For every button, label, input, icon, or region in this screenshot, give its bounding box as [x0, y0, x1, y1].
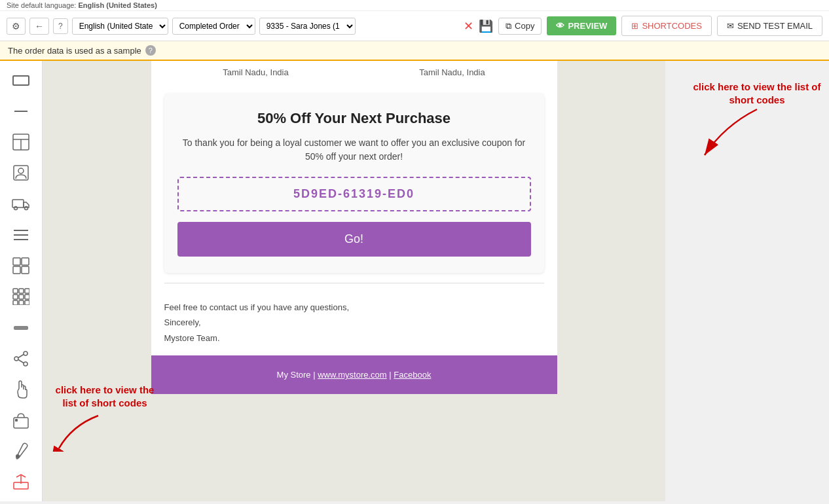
- footer-text-1: Feel free to contact us if you have any …: [164, 300, 544, 315]
- info-message: The order data is used as a sample: [8, 46, 141, 56]
- svg-rect-17: [13, 289, 18, 293]
- sidebar-item-rectangle[interactable]: [7, 67, 35, 93]
- template-select[interactable]: Completed Order: [172, 18, 255, 35]
- sidebar-item-export[interactable]: [7, 469, 35, 495]
- address-left-text: Tamil Nadu, India: [223, 67, 288, 77]
- site-default-bar: Site default language: English (United S…: [0, 0, 829, 11]
- preview-button[interactable]: 👁 PREVIEW: [547, 16, 616, 35]
- svg-rect-14: [22, 258, 29, 265]
- svg-rect-16: [22, 266, 29, 274]
- toolbar-left: ⚙ ← ? English (United State Completed Or…: [7, 18, 458, 35]
- sidebar-item-table[interactable]: [7, 129, 35, 154]
- shortcodes-label: SHORTCODES: [642, 21, 702, 31]
- send-test-button[interactable]: ✉ SEND TEST EMAIL: [717, 16, 822, 36]
- coupon-code: 5D9ED-61319-ED0: [177, 177, 531, 211]
- toolbar-actions: ✕ 💾 ⧉ Copy 👁 PREVIEW ⊞ SHORTCODES ✉ SEND…: [464, 16, 822, 36]
- back-button[interactable]: ←: [29, 18, 49, 35]
- address-row: Tamil Nadu, India Tamil Nadu, India: [151, 61, 557, 84]
- footer-text-2: Sincerely,: [164, 315, 544, 330]
- svg-rect-21: [19, 295, 24, 299]
- svg-point-8: [14, 207, 18, 210]
- email-container: Tamil Nadu, India Tamil Nadu, India 50% …: [151, 61, 557, 394]
- coupon-section: 50% Off Your Next Purchase To thank you …: [164, 94, 544, 273]
- sidebar-item-contact[interactable]: [7, 160, 35, 186]
- svg-rect-18: [19, 289, 24, 293]
- svg-rect-13: [13, 258, 20, 265]
- svg-rect-24: [19, 300, 24, 305]
- svg-rect-19: [25, 289, 29, 293]
- sidebar-item-blocks[interactable]: [7, 253, 35, 278]
- annotation-top-right: click here to view the list of short cod…: [691, 81, 822, 106]
- svg-rect-15: [13, 266, 20, 274]
- order-select[interactable]: 9335 - Sara Jones (1: [259, 18, 356, 35]
- svg-rect-22: [25, 295, 29, 299]
- svg-point-29: [24, 362, 28, 366]
- footer-text: Feel free to contact us if you have any …: [151, 290, 557, 355]
- language-select[interactable]: English (United State: [72, 18, 168, 35]
- store-name: My Store: [277, 370, 311, 380]
- footer-banner: My Store | www.mystore.com | Facebook: [151, 355, 557, 394]
- sidebar-item-touch[interactable]: [7, 376, 35, 402]
- footer-social-link[interactable]: Facebook: [394, 370, 431, 380]
- svg-rect-7: [12, 200, 24, 207]
- annotation-bottom-left: click here to view the list of short cod…: [52, 384, 157, 409]
- footer-website-link[interactable]: www.mystore.com: [318, 370, 386, 380]
- copy-button[interactable]: ⧉ Copy: [498, 18, 542, 35]
- svg-rect-26: [14, 326, 28, 330]
- sidebar-item-truck[interactable]: [7, 191, 35, 217]
- svg-point-6: [18, 168, 24, 173]
- svg-rect-23: [13, 300, 18, 305]
- footer-text-3: Mystore Team.: [164, 331, 544, 346]
- sidebar-item-share[interactable]: [7, 346, 35, 371]
- svg-line-30: [18, 354, 24, 357]
- svg-point-34: [16, 454, 20, 458]
- coupon-go-button[interactable]: Go!: [177, 222, 531, 257]
- right-panel: click here to view the list of short cod…: [665, 61, 829, 501]
- email-divider: [164, 283, 544, 283]
- svg-rect-20: [13, 295, 18, 299]
- copy-label: Copy: [515, 21, 534, 31]
- shortcodes-button[interactable]: ⊞ SHORTCODES: [621, 16, 712, 36]
- coupon-title: 50% Off Your Next Purchase: [177, 110, 531, 127]
- info-bar: The order data is used as a sample ?: [0, 41, 829, 61]
- close-button[interactable]: ✕: [464, 19, 473, 33]
- sidebar-item-paint[interactable]: [7, 439, 35, 464]
- sidebar-item-lines[interactable]: [7, 222, 35, 247]
- site-default-label: Site default language:: [7, 1, 76, 9]
- address-left: Tamil Nadu, India: [164, 67, 348, 77]
- svg-line-31: [18, 359, 24, 363]
- svg-point-28: [14, 357, 18, 361]
- copy-icon: ⧉: [506, 21, 511, 31]
- sidebar: [0, 61, 43, 501]
- address-right: Tamil Nadu, India: [361, 67, 544, 77]
- content-area: Tamil Nadu, India Tamil Nadu, India 50% …: [43, 61, 665, 501]
- settings-button[interactable]: ⚙: [7, 18, 26, 35]
- sidebar-item-apps[interactable]: [7, 284, 35, 310]
- svg-rect-0: [13, 76, 29, 85]
- site-default-language: English (United States): [78, 1, 157, 9]
- shortcodes-icon: ⊞: [631, 21, 638, 31]
- address-right-text: Tamil Nadu, India: [419, 67, 485, 77]
- toolbar: ⚙ ← ? English (United State Completed Or…: [0, 11, 829, 41]
- main-layout: Tamil Nadu, India Tamil Nadu, India 50% …: [0, 61, 829, 501]
- svg-rect-33: [15, 419, 18, 422]
- svg-point-27: [24, 351, 28, 355]
- coupon-description: To thank you for being a loyal customer …: [177, 136, 531, 164]
- eye-icon: 👁: [556, 21, 564, 31]
- svg-point-9: [25, 207, 28, 210]
- sidebar-item-divider[interactable]: [7, 98, 35, 124]
- mail-icon: ✉: [727, 21, 734, 31]
- sidebar-item-bar[interactable]: [7, 315, 35, 340]
- sidebar-item-bag[interactable]: [7, 407, 35, 433]
- svg-rect-25: [25, 300, 29, 305]
- save-button[interactable]: 💾: [479, 19, 493, 33]
- preview-label: PREVIEW: [568, 21, 607, 31]
- help-button[interactable]: ?: [53, 18, 68, 34]
- info-help-icon[interactable]: ?: [145, 45, 156, 56]
- send-test-label: SEND TEST EMAIL: [737, 21, 813, 31]
